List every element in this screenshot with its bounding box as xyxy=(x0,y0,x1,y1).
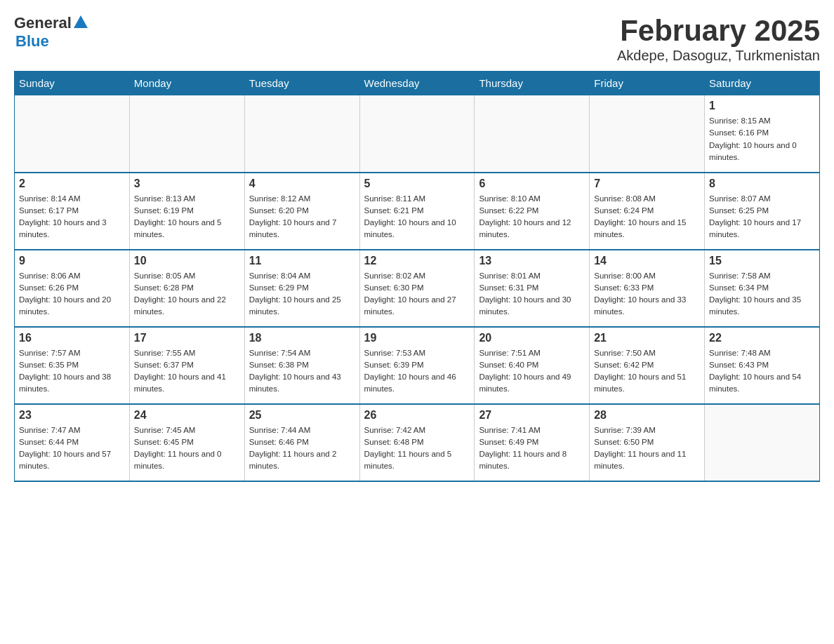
day-info: Sunrise: 8:11 AMSunset: 6:21 PMDaylight:… xyxy=(364,193,470,241)
calendar-cell: 10Sunrise: 8:05 AMSunset: 6:28 PMDayligh… xyxy=(129,250,244,327)
calendar-cell: 21Sunrise: 7:50 AMSunset: 6:42 PMDayligh… xyxy=(590,327,705,404)
calendar-cell xyxy=(590,95,705,173)
calendar-cell: 22Sunrise: 7:48 AMSunset: 6:43 PMDayligh… xyxy=(705,327,820,404)
day-number: 10 xyxy=(134,255,240,267)
day-number: 16 xyxy=(19,332,125,344)
calendar-cell xyxy=(244,95,359,173)
day-info: Sunrise: 8:00 AMSunset: 6:33 PMDaylight:… xyxy=(594,270,700,318)
calendar-cell: 3Sunrise: 8:13 AMSunset: 6:19 PMDaylight… xyxy=(129,173,244,250)
day-header-sunday: Sunday xyxy=(15,72,130,95)
day-number: 3 xyxy=(134,177,240,190)
day-info: Sunrise: 7:45 AMSunset: 6:45 PMDaylight:… xyxy=(134,424,240,473)
day-info: Sunrise: 7:47 AMSunset: 6:44 PMDaylight:… xyxy=(19,424,125,473)
day-info: Sunrise: 7:41 AMSunset: 6:49 PMDaylight:… xyxy=(479,424,585,473)
day-number: 23 xyxy=(19,409,125,422)
day-header-saturday: Saturday xyxy=(705,72,820,95)
day-info: Sunrise: 8:14 AMSunset: 6:17 PMDaylight:… xyxy=(19,193,125,241)
day-number: 15 xyxy=(709,255,815,267)
week-row-1: 1Sunrise: 8:15 AMSunset: 6:16 PMDaylight… xyxy=(15,95,820,173)
day-info: Sunrise: 8:13 AMSunset: 6:19 PMDaylight:… xyxy=(134,193,240,241)
calendar-cell xyxy=(475,95,590,173)
calendar-cell xyxy=(359,95,475,173)
day-header-tuesday: Tuesday xyxy=(244,72,359,95)
day-number: 24 xyxy=(134,409,240,422)
page-header: General Blue February 2025 Akdepe, Dasog… xyxy=(14,14,820,64)
day-header-friday: Friday xyxy=(590,72,705,95)
calendar-cell: 7Sunrise: 8:08 AMSunset: 6:24 PMDaylight… xyxy=(590,173,705,250)
day-number: 17 xyxy=(134,332,240,344)
calendar-cell: 1Sunrise: 8:15 AMSunset: 6:16 PMDaylight… xyxy=(705,95,820,173)
calendar-cell: 20Sunrise: 7:51 AMSunset: 6:40 PMDayligh… xyxy=(475,327,590,404)
day-info: Sunrise: 7:39 AMSunset: 6:50 PMDaylight:… xyxy=(594,424,700,473)
day-info: Sunrise: 7:42 AMSunset: 6:48 PMDaylight:… xyxy=(364,424,470,473)
day-info: Sunrise: 7:44 AMSunset: 6:46 PMDaylight:… xyxy=(249,424,355,473)
day-number: 13 xyxy=(479,255,585,267)
calendar-cell xyxy=(15,95,130,173)
week-row-3: 9Sunrise: 8:06 AMSunset: 6:26 PMDaylight… xyxy=(15,250,820,327)
logo-general: General xyxy=(14,14,88,32)
day-number: 12 xyxy=(364,255,470,267)
calendar-cell: 15Sunrise: 7:58 AMSunset: 6:34 PMDayligh… xyxy=(705,250,820,327)
day-number: 21 xyxy=(594,332,700,344)
day-number: 8 xyxy=(709,177,815,190)
calendar-cell xyxy=(705,404,820,481)
day-info: Sunrise: 8:04 AMSunset: 6:29 PMDaylight:… xyxy=(249,270,355,318)
day-info: Sunrise: 8:12 AMSunset: 6:20 PMDaylight:… xyxy=(249,193,355,241)
day-header-monday: Monday xyxy=(129,72,244,95)
calendar-cell: 16Sunrise: 7:57 AMSunset: 6:35 PMDayligh… xyxy=(15,327,130,404)
day-number: 26 xyxy=(364,409,470,422)
day-number: 7 xyxy=(594,177,700,190)
day-info: Sunrise: 7:58 AMSunset: 6:34 PMDaylight:… xyxy=(709,270,815,318)
week-row-2: 2Sunrise: 8:14 AMSunset: 6:17 PMDaylight… xyxy=(15,173,820,250)
week-row-4: 16Sunrise: 7:57 AMSunset: 6:35 PMDayligh… xyxy=(15,327,820,404)
calendar-cell: 17Sunrise: 7:55 AMSunset: 6:37 PMDayligh… xyxy=(129,327,244,404)
day-info: Sunrise: 8:15 AMSunset: 6:16 PMDaylight:… xyxy=(709,115,815,163)
day-number: 22 xyxy=(709,332,815,344)
calendar-cell xyxy=(129,95,244,173)
day-info: Sunrise: 8:05 AMSunset: 6:28 PMDaylight:… xyxy=(134,270,240,318)
day-info: Sunrise: 7:50 AMSunset: 6:42 PMDaylight:… xyxy=(594,347,700,396)
logo: General Blue xyxy=(14,14,88,51)
day-number: 6 xyxy=(479,177,585,190)
logo-triangle-icon xyxy=(74,15,88,28)
day-info: Sunrise: 8:10 AMSunset: 6:22 PMDaylight:… xyxy=(479,193,585,241)
calendar-cell: 6Sunrise: 8:10 AMSunset: 6:22 PMDaylight… xyxy=(475,173,590,250)
calendar-cell: 25Sunrise: 7:44 AMSunset: 6:46 PMDayligh… xyxy=(244,404,359,481)
day-number: 18 xyxy=(249,332,355,344)
calendar-cell: 23Sunrise: 7:47 AMSunset: 6:44 PMDayligh… xyxy=(15,404,130,481)
day-number: 9 xyxy=(19,255,125,267)
calendar-title: February 2025 xyxy=(617,14,820,48)
logo-general-text: General xyxy=(14,14,72,32)
day-info: Sunrise: 8:02 AMSunset: 6:30 PMDaylight:… xyxy=(364,270,470,318)
day-number: 20 xyxy=(479,332,585,344)
week-row-5: 23Sunrise: 7:47 AMSunset: 6:44 PMDayligh… xyxy=(15,404,820,481)
day-info: Sunrise: 7:48 AMSunset: 6:43 PMDaylight:… xyxy=(709,347,815,396)
calendar-cell: 28Sunrise: 7:39 AMSunset: 6:50 PMDayligh… xyxy=(590,404,705,481)
calendar-header: SundayMondayTuesdayWednesdayThursdayFrid… xyxy=(15,72,820,95)
day-info: Sunrise: 7:57 AMSunset: 6:35 PMDaylight:… xyxy=(19,347,125,396)
day-info: Sunrise: 8:08 AMSunset: 6:24 PMDaylight:… xyxy=(594,193,700,241)
day-number: 5 xyxy=(364,177,470,190)
calendar-cell: 18Sunrise: 7:54 AMSunset: 6:38 PMDayligh… xyxy=(244,327,359,404)
day-number: 25 xyxy=(249,409,355,422)
calendar-subtitle: Akdepe, Dasoguz, Turkmenistan xyxy=(617,48,820,64)
calendar-cell: 5Sunrise: 8:11 AMSunset: 6:21 PMDaylight… xyxy=(359,173,475,250)
calendar-cell: 27Sunrise: 7:41 AMSunset: 6:49 PMDayligh… xyxy=(475,404,590,481)
title-area: February 2025 Akdepe, Dasoguz, Turkmenis… xyxy=(617,14,820,64)
calendar-body: 1Sunrise: 8:15 AMSunset: 6:16 PMDaylight… xyxy=(15,95,820,481)
day-number: 28 xyxy=(594,409,700,422)
calendar-cell: 19Sunrise: 7:53 AMSunset: 6:39 PMDayligh… xyxy=(359,327,475,404)
calendar-cell: 8Sunrise: 8:07 AMSunset: 6:25 PMDaylight… xyxy=(705,173,820,250)
calendar-cell: 14Sunrise: 8:00 AMSunset: 6:33 PMDayligh… xyxy=(590,250,705,327)
calendar-cell: 11Sunrise: 8:04 AMSunset: 6:29 PMDayligh… xyxy=(244,250,359,327)
calendar-cell: 2Sunrise: 8:14 AMSunset: 6:17 PMDaylight… xyxy=(15,173,130,250)
calendar-cell: 13Sunrise: 8:01 AMSunset: 6:31 PMDayligh… xyxy=(475,250,590,327)
day-header-wednesday: Wednesday xyxy=(359,72,475,95)
logo-blue-text: Blue xyxy=(15,32,49,51)
days-of-week-row: SundayMondayTuesdayWednesdayThursdayFrid… xyxy=(15,72,820,95)
calendar-cell: 24Sunrise: 7:45 AMSunset: 6:45 PMDayligh… xyxy=(129,404,244,481)
calendar-cell: 26Sunrise: 7:42 AMSunset: 6:48 PMDayligh… xyxy=(359,404,475,481)
day-number: 19 xyxy=(364,332,470,344)
day-info: Sunrise: 7:55 AMSunset: 6:37 PMDaylight:… xyxy=(134,347,240,396)
day-number: 11 xyxy=(249,255,355,267)
